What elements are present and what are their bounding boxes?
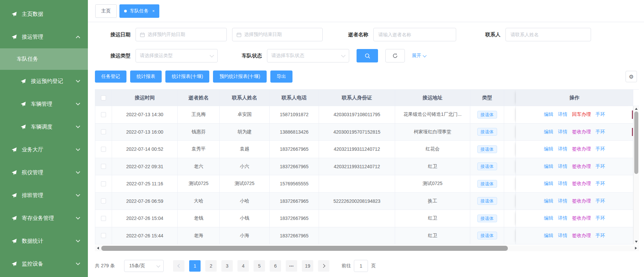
tab-close-icon[interactable]: × (152, 9, 155, 13)
process-link[interactable]: 签收办理 (572, 198, 591, 204)
sidebar-item-storage-management[interactable]: 寄存业务管理 (0, 207, 88, 230)
expand-link[interactable]: 展开 (412, 53, 426, 59)
detail-link[interactable]: 详情 (558, 233, 568, 239)
scroll-right-arrow-icon[interactable] (635, 247, 637, 249)
detail-link[interactable]: 详情 (558, 198, 568, 204)
detail-link[interactable]: 详情 (558, 164, 568, 170)
page-button-4[interactable]: 4 (237, 260, 249, 272)
cell-pickup-address: 花果锻造公司铸造1厂北门... (395, 106, 470, 124)
wristband-link[interactable]: 手环 (596, 215, 605, 221)
page-button-19[interactable]: 19 (302, 260, 313, 272)
process-link[interactable]: 回车办理 (572, 111, 591, 118)
edit-link[interactable]: 编辑 (544, 129, 553, 135)
page-ellipsis[interactable]: ••• (286, 260, 297, 272)
prev-page-button[interactable] (173, 260, 184, 272)
goto-label: 前往 (341, 263, 351, 269)
edit-link[interactable]: 编辑 (544, 215, 553, 221)
process-link[interactable]: 签收办理 (572, 164, 591, 170)
vertical-scrollbar-thumb[interactable] (634, 111, 638, 174)
wristband-link[interactable]: 手环 (596, 146, 605, 152)
task-register-button[interactable]: 任务登记 (95, 71, 126, 83)
fleet-status-select[interactable]: 请选择车队状态 (267, 49, 349, 62)
process-link[interactable]: 签收办理 (572, 233, 591, 239)
process-link[interactable]: 签收办理 (572, 146, 591, 152)
page-size-select[interactable]: 15条/页 (124, 260, 164, 272)
edit-link[interactable]: 编辑 (544, 233, 553, 239)
sidebar-item-home-data[interactable]: 主页数据 (0, 3, 88, 26)
edit-link[interactable]: 编辑 (544, 164, 553, 170)
cell-pickup-time: 2022-07-13 14:30 (112, 106, 178, 124)
sidebar-item-business-hall[interactable]: 业务大厅 (0, 138, 88, 161)
search-button[interactable] (357, 49, 378, 62)
wristband-link[interactable]: 手环 (596, 198, 605, 204)
process-link[interactable]: 签收办理 (572, 129, 591, 135)
date-start-input[interactable]: 选择预约开始日期 (136, 28, 227, 41)
scroll-up-arrow-icon[interactable] (635, 108, 638, 110)
sidebar-item-funeral-management[interactable]: 殡仪管理 (0, 161, 88, 184)
goto-page-input[interactable] (354, 260, 368, 272)
row-checkbox[interactable] (101, 164, 106, 169)
tab-home[interactable]: 主页 (95, 4, 117, 18)
wristband-link[interactable]: 手环 (596, 111, 605, 118)
page-button-6[interactable]: 6 (270, 260, 281, 272)
tab-fleet-task[interactable]: 车队任务 × (119, 4, 159, 18)
sidebar-item-data-statistics[interactable]: 数据统计 (0, 230, 88, 252)
next-page-button[interactable] (318, 260, 329, 272)
scroll-down-arrow-icon[interactable] (635, 241, 638, 243)
date-end-input[interactable]: 选择预约结束日期 (232, 28, 323, 41)
process-link[interactable]: 签收办理 (572, 181, 591, 187)
cell-pickup-address: 测试0725 (395, 175, 470, 193)
pickup-type-placeholder: 请选择接运类型 (140, 53, 173, 59)
sidebar-item-monitoring-devices[interactable]: 监控设备 (0, 252, 88, 275)
scroll-left-arrow-icon[interactable] (97, 247, 99, 249)
page-button-5[interactable]: 5 (254, 260, 265, 272)
detail-link[interactable]: 详情 (558, 181, 568, 187)
process-link[interactable]: 签收办理 (572, 215, 591, 221)
wristband-link[interactable]: 手环 (596, 164, 605, 170)
row-checkbox[interactable] (101, 147, 106, 152)
reservation-stats-report-shiyan-button[interactable]: 预约统计报表(十堰) (213, 71, 266, 83)
settings-button[interactable]: ⚙ (626, 71, 637, 82)
wristband-link[interactable]: 手环 (596, 181, 605, 187)
table-row: 2022-07-13 16:00 钱惠芬 胡为建 13886813426 420… (95, 124, 639, 141)
row-checkbox[interactable] (101, 198, 106, 203)
row-checkbox[interactable] (101, 233, 106, 238)
row-checkbox[interactable] (101, 216, 106, 221)
stats-report-shiyan-button[interactable]: 统计报表(十堰) (165, 71, 209, 83)
row-checkbox[interactable] (101, 181, 106, 186)
date-start-placeholder: 选择预约开始日期 (148, 32, 185, 38)
sidebar-item-shift-management[interactable]: 排班管理 (0, 184, 88, 207)
wristband-link[interactable]: 手环 (596, 233, 605, 239)
refresh-button[interactable] (385, 49, 405, 62)
sidebar-item-label: 车队任务 (17, 56, 38, 63)
sidebar-item-pickup-management[interactable]: 接运管理 (0, 26, 88, 48)
edit-link[interactable]: 编辑 (544, 181, 553, 187)
row-checkbox[interactable] (101, 112, 106, 117)
contact-input[interactable] (505, 28, 591, 41)
edit-link[interactable]: 编辑 (544, 198, 553, 204)
stats-report-button[interactable]: 统计报表 (130, 71, 162, 83)
sidebar-item-fleet-task[interactable]: 车队任务 (0, 48, 88, 70)
detail-link[interactable]: 详情 (558, 111, 568, 118)
edit-link[interactable]: 编辑 (544, 111, 553, 118)
select-all-checkbox[interactable] (101, 95, 106, 100)
page-button-3[interactable]: 3 (221, 260, 233, 272)
page-button-1[interactable]: 1 (189, 260, 201, 272)
row-checkbox[interactable] (101, 129, 106, 134)
sidebar-item-pickup-reservation[interactable]: 接运预约登记 (0, 70, 88, 93)
sidebar-item-vehicle-management[interactable]: 车辆管理 (0, 93, 88, 116)
horizontal-scrollbar-thumb[interactable] (101, 246, 508, 251)
horizontal-scrollbar[interactable] (95, 245, 639, 251)
wristband-link[interactable]: 手环 (596, 129, 605, 135)
detail-link[interactable]: 详情 (558, 146, 568, 152)
page-button-2[interactable]: 2 (205, 260, 217, 272)
export-button[interactable]: 导出 (270, 71, 292, 83)
pickup-type-select[interactable]: 请选择接运类型 (136, 49, 218, 62)
detail-link[interactable]: 详情 (558, 215, 568, 221)
detail-link[interactable]: 详情 (558, 129, 568, 135)
cell-pickup-address: 换工 (395, 193, 470, 210)
vertical-scrollbar[interactable] (633, 106, 639, 244)
sidebar-item-vehicle-dispatch[interactable]: 车辆调度 (0, 116, 88, 138)
deceased-name-input[interactable] (373, 28, 456, 41)
edit-link[interactable]: 编辑 (544, 146, 553, 152)
